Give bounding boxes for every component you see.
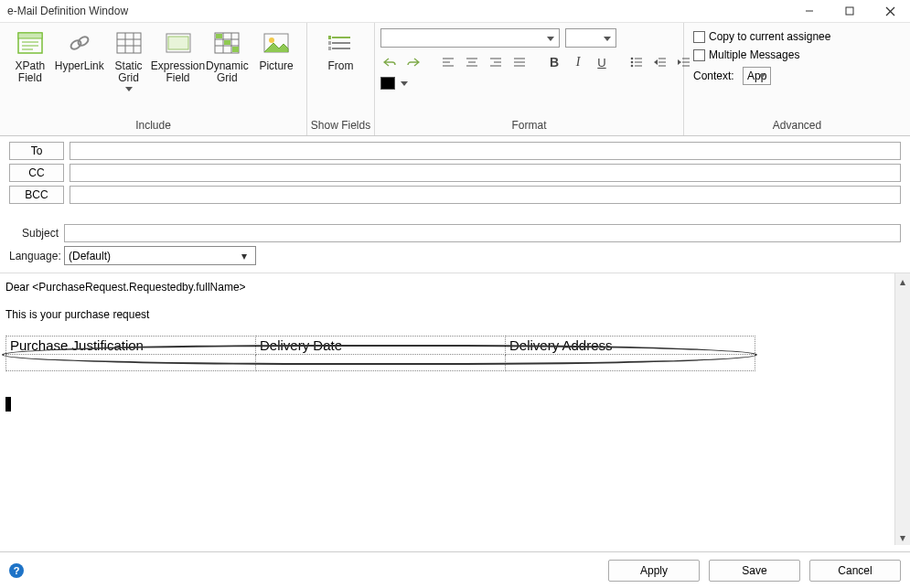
- editor-area: Dear <PurchaseRequest.Requestedby.fullNa…: [0, 273, 910, 545]
- align-left-button[interactable]: [439, 53, 457, 71]
- table-header: Delivery Date: [256, 337, 506, 355]
- chevron-down-icon: ▾: [237, 250, 252, 262]
- font-family-select[interactable]: [380, 28, 560, 48]
- exprfield-label: ExpressionField: [151, 60, 205, 84]
- underline-button[interactable]: U: [593, 53, 611, 71]
- static-grid-button[interactable]: StaticGrid: [104, 27, 154, 93]
- svg-marker-53: [654, 59, 658, 65]
- picture-icon: [262, 28, 291, 58]
- align-right-button[interactable]: [487, 53, 505, 71]
- bcc-button[interactable]: BCC: [9, 186, 64, 204]
- cc-input[interactable]: [70, 164, 901, 182]
- email-body-editor[interactable]: Dear <PurchaseRequest.Requestedby.fullNa…: [0, 273, 894, 545]
- svg-rect-32: [328, 36, 331, 39]
- multiple-messages-checkbox[interactable]: [693, 49, 705, 61]
- dynamic-grid-button[interactable]: DynamicGrid: [203, 27, 252, 86]
- redo-button[interactable]: [404, 53, 423, 71]
- body-line: This is your purchase request: [5, 308, 888, 321]
- multiple-messages-label: Multiple Messages: [709, 48, 799, 61]
- bcc-input[interactable]: [70, 186, 901, 204]
- bottom-bar: ? Apply Save Cancel: [0, 551, 910, 588]
- maximize-button[interactable]: [830, 0, 870, 23]
- from-button[interactable]: From: [316, 27, 366, 74]
- svg-point-10: [77, 35, 90, 47]
- scroll-up-icon[interactable]: ▴: [895, 273, 911, 289]
- bold-button[interactable]: B: [545, 53, 563, 71]
- save-button[interactable]: Save: [709, 560, 800, 582]
- grid-icon: [114, 28, 144, 58]
- titlebar: e-Mail Definition Window: [0, 0, 910, 23]
- svg-marker-16: [125, 87, 133, 91]
- svg-point-47: [631, 58, 634, 60]
- help-icon[interactable]: ?: [9, 563, 24, 578]
- dyngrid-label: DynamicGrid: [206, 60, 249, 84]
- scroll-down-icon[interactable]: ▾: [895, 529, 911, 545]
- xpath-label: XPathField: [16, 60, 46, 84]
- svg-rect-1: [846, 7, 853, 15]
- table-header: Delivery Address: [506, 337, 755, 355]
- ribbon-group-include: XPathField HyperLink StaticGrid Expressi…: [0, 23, 307, 135]
- svg-point-48: [631, 61, 634, 64]
- format-group-label: Format: [375, 117, 683, 135]
- body-table[interactable]: Purchase Justification Delivery Date Del…: [5, 336, 755, 371]
- staticgrid-label: StaticGrid: [115, 60, 143, 84]
- bullet-list-button[interactable]: [627, 53, 646, 71]
- subject-label: Subject: [9, 227, 64, 240]
- body-line: Dear <PurchaseRequest.Requestedby.fullNa…: [5, 281, 888, 294]
- svg-marker-26: [232, 47, 239, 52]
- chevron-down-icon[interactable]: [401, 81, 408, 86]
- context-label: Context:: [693, 69, 739, 82]
- cancel-button[interactable]: Cancel: [809, 560, 901, 582]
- ribbon-group-format: B I U Format: [375, 23, 684, 135]
- to-button[interactable]: To: [9, 142, 64, 160]
- outdent-button[interactable]: [651, 53, 669, 71]
- font-size-select[interactable]: [565, 28, 616, 48]
- svg-point-49: [631, 65, 634, 68]
- advanced-group-label: Advanced: [684, 117, 910, 135]
- svg-rect-18: [168, 37, 188, 49]
- to-input[interactable]: [70, 142, 901, 160]
- context-select[interactable]: App: [743, 67, 771, 85]
- svg-rect-33: [328, 41, 331, 45]
- dyngrid-icon: [212, 28, 241, 58]
- svg-marker-57: [678, 59, 681, 65]
- text-cursor: [5, 397, 11, 412]
- hyperlink-label: HyperLink: [55, 60, 104, 72]
- copy-assignee-label: Copy to current assignee: [709, 30, 830, 43]
- italic-button[interactable]: I: [569, 53, 587, 71]
- table-header: Purchase Justification: [6, 337, 256, 355]
- expr-icon: [164, 28, 193, 58]
- from-icon: [327, 28, 356, 58]
- ribbon: XPathField HyperLink StaticGrid Expressi…: [0, 23, 910, 136]
- hyperlink-button[interactable]: HyperLink: [55, 27, 104, 74]
- xpath-field-button[interactable]: XPathField: [5, 27, 55, 86]
- subject-input[interactable]: [64, 224, 901, 242]
- svg-rect-11: [117, 33, 141, 53]
- expression-field-button[interactable]: ExpressionField: [154, 27, 203, 86]
- close-button[interactable]: [870, 0, 910, 23]
- cc-button[interactable]: CC: [9, 164, 64, 182]
- align-center-button[interactable]: [463, 53, 481, 71]
- table-cell[interactable]: [6, 355, 256, 371]
- undo-button[interactable]: [380, 53, 399, 71]
- table-cell[interactable]: [256, 355, 506, 371]
- svg-rect-34: [328, 47, 331, 50]
- header-fields: To CC BCC Subject Language: (Default) ▾: [0, 136, 910, 273]
- vertical-scrollbar[interactable]: ▴ ▾: [894, 273, 910, 545]
- window-title: e-Mail Definition Window: [7, 5, 789, 17]
- apply-button[interactable]: Apply: [608, 560, 700, 582]
- hyperlink-icon: [65, 28, 94, 58]
- table-cell[interactable]: [506, 355, 755, 371]
- picture-label: Picture: [259, 60, 293, 72]
- copy-assignee-checkbox[interactable]: [693, 31, 705, 43]
- minimize-button[interactable]: [789, 0, 830, 23]
- svg-marker-24: [216, 34, 222, 38]
- svg-marker-61: [401, 81, 408, 86]
- picture-button[interactable]: Picture: [252, 27, 301, 74]
- align-justify-button[interactable]: [510, 53, 529, 71]
- language-select[interactable]: (Default) ▾: [64, 246, 256, 265]
- svg-point-28: [269, 37, 274, 43]
- svg-marker-25: [224, 40, 230, 45]
- font-color-swatch[interactable]: [380, 77, 395, 90]
- ribbon-group-showfields: From Show Fields: [307, 23, 375, 135]
